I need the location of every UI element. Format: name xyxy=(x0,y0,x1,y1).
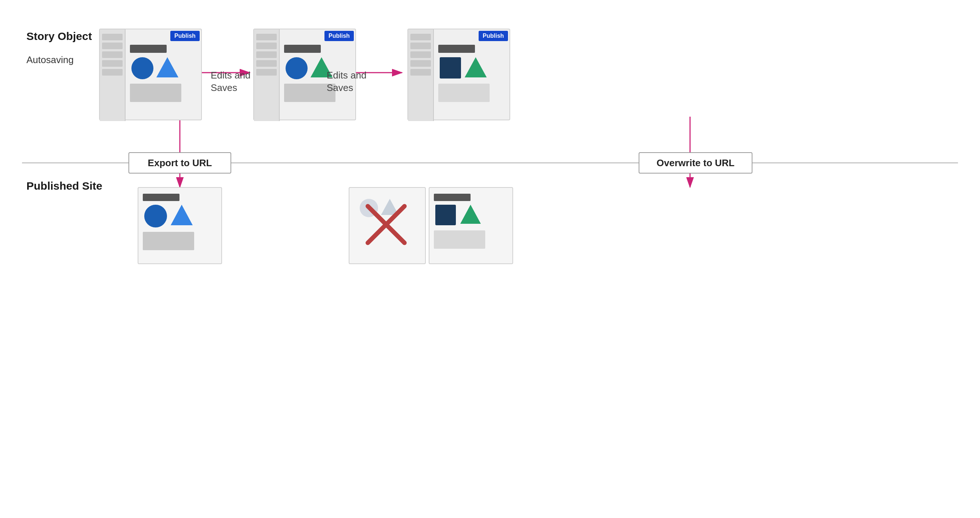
card2-header xyxy=(284,45,321,53)
card3-square xyxy=(440,57,461,78)
card2-sidebar xyxy=(254,29,280,121)
pub-card-1 xyxy=(138,187,222,264)
card1-sidebar-row5 xyxy=(102,69,123,76)
pub1-triangle xyxy=(171,205,193,225)
card3-sidebar-row4 xyxy=(410,60,431,67)
error-x-icon xyxy=(360,199,412,250)
autosaving-label: Autosaving xyxy=(26,54,74,66)
export-url-label: Export to URL xyxy=(148,157,212,169)
card2-sidebar-row3 xyxy=(256,51,277,58)
story-card-3: Publish xyxy=(407,29,510,120)
pub3-triangle xyxy=(460,205,481,224)
story-card-1: Publish xyxy=(99,29,202,120)
card3-sidebar xyxy=(408,29,434,121)
card1-publish-btn[interactable]: Publish xyxy=(170,31,200,41)
card3-sidebar-row5 xyxy=(410,69,431,76)
card1-header xyxy=(130,45,167,53)
pub3-footer xyxy=(434,230,485,249)
edits-saves-label-1: Edits and Saves xyxy=(211,57,250,94)
card2-circle xyxy=(286,57,307,79)
story-object-label: Story Object xyxy=(26,30,92,43)
card3-header xyxy=(438,45,475,53)
card1-sidebar-row2 xyxy=(102,43,123,49)
card3-footer xyxy=(438,84,490,102)
card3-triangle xyxy=(465,57,487,78)
card3-publish-btn[interactable]: Publish xyxy=(479,31,508,41)
card2-sidebar-row1 xyxy=(256,34,277,40)
export-url-box: Export to URL xyxy=(129,152,231,173)
card1-footer xyxy=(130,84,181,102)
pub3-square xyxy=(435,205,456,225)
card1-sidebar-row3 xyxy=(102,51,123,58)
card1-sidebar-row1 xyxy=(102,34,123,40)
card3-sidebar-row2 xyxy=(410,43,431,49)
published-site-label: Published Site xyxy=(26,180,102,192)
card2-sidebar-row5 xyxy=(256,69,277,76)
pub1-footer xyxy=(143,232,194,250)
card1-sidebar xyxy=(100,29,126,121)
pub1-header xyxy=(143,194,180,201)
card1-triangle xyxy=(156,57,178,78)
card2-publish-btn[interactable]: Publish xyxy=(325,31,354,41)
diagram-container: Story Object Autosaving Published Site xyxy=(0,0,980,518)
card3-sidebar-row3 xyxy=(410,51,431,58)
card2-sidebar-row2 xyxy=(256,43,277,49)
card2-sidebar-row4 xyxy=(256,60,277,67)
pub-card-error xyxy=(349,187,426,264)
pub3-header xyxy=(434,194,471,201)
card3-sidebar-row1 xyxy=(410,34,431,40)
card1-sidebar-row4 xyxy=(102,60,123,67)
edits-saves-label-2: Edits and Saves xyxy=(327,57,366,94)
overwrite-url-box: Overwrite to URL xyxy=(639,152,752,173)
overwrite-url-label: Overwrite to URL xyxy=(657,157,735,169)
pub1-circle xyxy=(144,205,167,227)
pub-card-3 xyxy=(429,187,513,264)
card1-circle xyxy=(131,57,153,79)
